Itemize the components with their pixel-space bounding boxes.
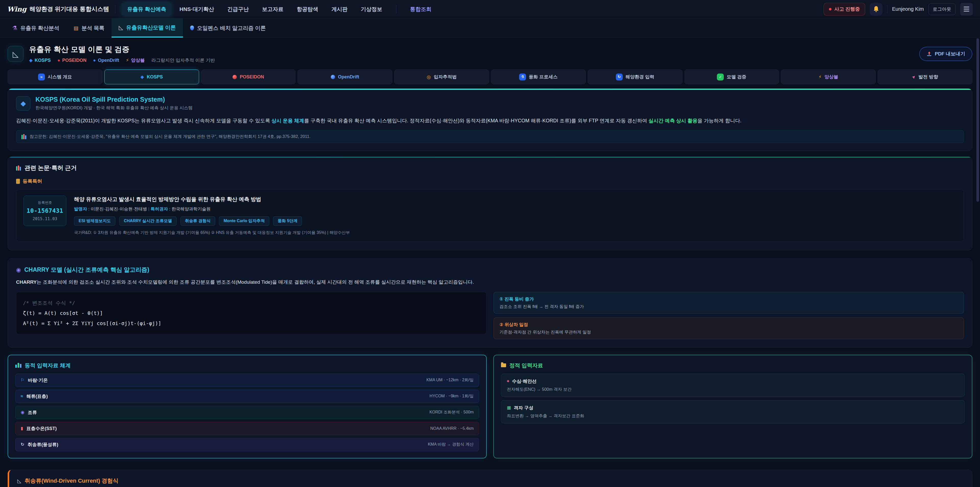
compass-icon: ◎ (427, 74, 431, 80)
subtab-model-theory[interactable]: ◺ 유출유확산모델 이론 (111, 18, 183, 38)
section-tab-ensemble[interactable]: ⚡ 앙상블 (781, 69, 876, 84)
papers-patents-card: 관련 논문·특허 근거 등록특허 등록번호 10-1567431 2015.11… (8, 156, 972, 250)
main-nav: 유출유 확산예측 HNS·대기확산 긴급구난 보고자료 항공탐색 게시판 기상정… (121, 2, 437, 16)
diamond-icon: ◆ (29, 58, 33, 63)
subtab-label: 오일펜스 배치 알고리즘 이론 (197, 24, 266, 32)
kosps-subtitle: 한국해양연구원(KORDI) 개발 · 한국 해역 특화 유출유 확산 예측 상… (35, 105, 192, 111)
bell-icon (873, 6, 879, 13)
top-navbar: Wing 해양환경 위기대응 통합시스템 유출유 확산예측 HNS·대기확산 긴… (0, 0, 980, 18)
section-tab-model-validation[interactable]: ✓ 모델 검증 (684, 69, 779, 84)
registration-number-label: 등록번호 (26, 200, 64, 205)
patent-tag[interactable]: 취송류 경험식 (180, 216, 215, 226)
section-tab-particle-tracking[interactable]: ◎ 입자추적법 (394, 69, 489, 84)
pin-icon: ⌖ (507, 379, 509, 384)
registration-date: 2015.11.03 (26, 216, 64, 221)
charry-note-amplitude: ① 진폭 등비 증가 검조소 조위 진폭 f배 → 전 격자 동일 f배 증가 (493, 292, 964, 314)
export-icon (926, 51, 932, 57)
app-logo: Wing (7, 5, 27, 13)
cyclone-icon: ↻ (616, 73, 623, 80)
nav-item-oil-spill-prediction[interactable]: 유출유 확산예측 (121, 2, 172, 16)
patent-tag[interactable]: ESI 방제정보지도 (74, 216, 115, 226)
patent-title: 해양 유류오염사고 발생시 효율적인 방제방안 수립을 위한 유출유 확산 예측… (74, 196, 350, 203)
scrollbar-thumb[interactable] (977, 38, 979, 202)
modulated-tide-formula-block: /* 변조조석 수식 */ ζ(t) = A(t) cos[σt - θ(t)]… (16, 292, 487, 334)
dynamic-row-current: ≈해류(표층) HYCOM · ~9km · 1회/일 (15, 390, 479, 403)
kosps-title: KOSPS (Korea Oil Spill Prediction System… (35, 96, 192, 103)
dynamic-row-tide: ◉조류 KORDI 조화분석 · 500m (15, 406, 479, 419)
patent-meta: 발명자 : 이문진·김혜진·이승현·전태병 | 특허권자 : 한국해양과학기술원 (74, 206, 350, 212)
red-circle-icon (232, 75, 237, 79)
reference-text: 참고문헌: 김혜진·이문진·오세웅·강준묵, "유출유 확산 예측 모델의 상시… (30, 134, 310, 139)
oil-fence-shield-icon (190, 26, 194, 30)
rocket-icon: ➤ (911, 74, 917, 80)
patent-tag[interactable]: Monte Carlo 입자추적 (219, 216, 269, 226)
pdf-export-button[interactable]: PDF 내보내기 (919, 47, 972, 61)
triangle-ruler-icon: ◺ (18, 478, 21, 484)
patent-item: 등록번호 10-1567431 2015.11.03 해양 유류오염사고 발생시… (16, 189, 964, 242)
subtab-spill-analysis[interactable]: ⚗ 유출유 확산분석 (5, 18, 67, 38)
nav-item-weather[interactable]: 기상정보 (355, 2, 388, 16)
incident-badge-label: 사고 진행중 (834, 6, 860, 13)
blue-circle-icon (331, 75, 335, 79)
section-tab-opendrift[interactable]: OpenDrift (298, 69, 392, 84)
formula-line-2: A²(t) = Σ Yi² + 2Σ YiYj cos[(σi-σj)t-(φi… (23, 318, 479, 329)
dynamic-row-wind: ⚐바람·기온 KMA UM · ~12km · 2회/일 (15, 374, 479, 387)
folder-icon (501, 363, 506, 367)
dynamic-input-title: 동적 입력자료 체계 (15, 362, 479, 369)
notifications-button[interactable] (870, 3, 883, 16)
formula-line-1: ζ(t) = A(t) cos[σt - θ(t)] (23, 308, 479, 318)
wdc-title: ◺ 취송류(Wind-Driven Current) 경험식 (18, 477, 964, 485)
patent-tag[interactable]: CHARRY 실시간 조류모델 (119, 216, 177, 226)
charry-title: ◉ CHARRY 모델 (실시간 조류예측 핵심 알고리즘) (16, 266, 964, 274)
nav-item-rescue[interactable]: 긴급구난 (222, 2, 255, 16)
badge-ensemble: ⚡앙상블 (126, 57, 145, 63)
nav-item-reports[interactable]: 보고자료 (256, 2, 289, 16)
wave-icon: ≈ (21, 394, 23, 399)
red-circle-icon: ● (57, 58, 60, 63)
highlight-realtime-use: 실시간 예측 상시 활용 (649, 118, 697, 123)
national-rnd-note: 국가R&D: ① 3차원 유출유 확산예측 기반 방제 지원기술 개발 (기여율… (74, 230, 350, 235)
subtab-oil-fence-theory[interactable]: 오일펜스 배치 알고리즘 이론 (183, 18, 273, 38)
page-subtitle: 라그랑지안 입자추적 이론 기반 (151, 57, 215, 63)
status-dot-icon (829, 8, 832, 10)
charry-description: CHARRY는 조화분석에 의한 검조소 실시간 조위와 조석 수치모델링에 의… (16, 278, 964, 286)
patent-tags: ESI 방제정보지도 CHARRY 실시간 조류모델 취송류 경험식 Monte… (74, 216, 350, 226)
nav-item-integrated-search[interactable]: 통합조회 (404, 2, 437, 16)
dynamic-input-card: 동적 입력자료 체계 ⚐바람·기온 KMA UM · ~12km · 2회/일 … (8, 355, 487, 458)
code-comment: /* 변조조석 수식 */ (23, 298, 479, 308)
section-tab-kosps[interactable]: ◆ KOSPS (104, 69, 199, 84)
lightning-icon: ⚡ (818, 74, 822, 80)
input-data-row: 동적 입력자료 체계 ⚐바람·기온 KMA UM · ~12km · 2회/일 … (8, 355, 972, 458)
spiral-icon: ◉ (21, 410, 24, 415)
static-row-bathymetry: ⌖수심·해안선 전자해도(ENC) → 500m 격자 보간 (501, 374, 965, 397)
sub-tab-bar: ⚗ 유출유 확산분석 ▤ 분석 목록 ◺ 유출유확산모델 이론 오일펜스 배치 … (0, 18, 980, 38)
section-tab-weathering[interactable]: ⚗ 풍화 프로세스 (491, 69, 586, 84)
subtab-label: 유출유확산모델 이론 (126, 24, 176, 31)
nav-item-hns[interactable]: HNS·대기확산 (174, 2, 220, 16)
section-tab-poseidon[interactable]: POSEIDON (201, 69, 296, 84)
section-tab-future[interactable]: ➤ 발전 방향 (878, 69, 972, 84)
book-icon (21, 134, 26, 139)
section-tab-ocean-env-input[interactable]: ↻ 해양환경 입력 (588, 69, 682, 84)
papers-section-title: 관련 논문·특허 근거 (16, 164, 964, 172)
section-tab-overview[interactable]: ≈ 시스템 개요 (8, 69, 102, 84)
nav-item-board[interactable]: 게시판 (326, 2, 353, 16)
badge-kosps: ◆KOSPS (29, 57, 51, 63)
static-row-grid: ▦격자 구성 좌표변환 → 영역추출 → 격자보간 표준화 (501, 400, 965, 423)
blue-circle-icon: ● (93, 58, 96, 63)
incident-status-badge[interactable]: 사고 진행중 (824, 3, 865, 16)
user-name: Eunjeong Kim (892, 6, 924, 12)
bar-chart-icon (15, 363, 21, 368)
menu-button[interactable] (960, 3, 973, 16)
static-input-title: 정적 입력자료 (501, 362, 965, 369)
patent-tag[interactable]: 풍화 5단계 (273, 216, 302, 226)
registration-number: 10-1567431 (26, 208, 64, 214)
books-icon (16, 166, 21, 171)
subtab-analysis-list[interactable]: ▤ 분석 목록 (67, 18, 112, 38)
logout-button[interactable]: 로그아웃 (928, 3, 956, 15)
model-badges: ◆KOSPS ●POSEIDON ●OpenDrift ⚡앙상블 라그랑지안 입… (29, 57, 215, 63)
kosps-card-header: ◆ KOSPS (Korea Oil Spill Prediction Syst… (16, 96, 964, 111)
charry-notes: ① 진폭 등비 증가 검조소 조위 진폭 f배 → 전 격자 동일 f배 증가 … (493, 292, 964, 339)
nav-item-aerial-search[interactable]: 항공탐색 (291, 2, 324, 16)
subtab-label: 유출유 확산분석 (21, 24, 59, 32)
